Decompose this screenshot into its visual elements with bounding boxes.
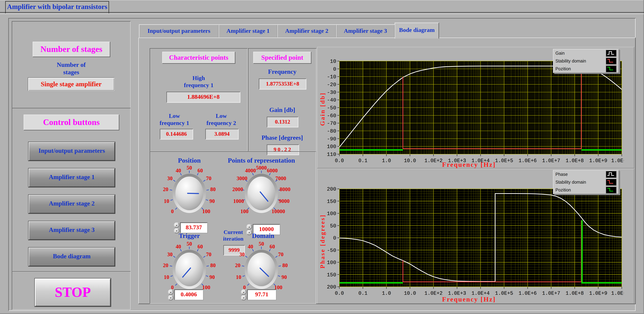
phase-legend: PhaseStability domainPozition — [553, 170, 619, 194]
specified-frequency-label: Frequency — [256, 68, 308, 75]
legend-plot-style-icon[interactable] — [606, 58, 616, 64]
legend-row-pozition: Pozition — [553, 65, 619, 73]
domain-value[interactable]: 97.71 — [247, 290, 276, 300]
svg-text:10: 10 — [164, 198, 169, 204]
legend-row-pozition: Pozition — [553, 186, 619, 194]
number-of-stages-label: Number of stages — [36, 61, 106, 76]
high-frequency-1-value: 1.884696E+8 — [166, 92, 240, 103]
button-amplifier-stage-2[interactable]: Amplifier stage 2 — [28, 195, 115, 214]
svg-text:-150: -150 — [326, 272, 336, 278]
button-amplifier-stage-3[interactable]: Amplifier stage 3 — [28, 221, 115, 240]
points-of-representation-label: Points of representation — [215, 157, 308, 165]
legend-label: Phase — [556, 172, 568, 177]
low-frequency-2-label-line2: frequency 2 — [206, 120, 236, 126]
svg-text:0.0: 0.0 — [335, 158, 344, 163]
svg-text:5000: 5000 — [256, 165, 267, 171]
svg-text:10000: 10000 — [272, 208, 285, 214]
svg-text:20: 20 — [235, 262, 240, 268]
low-frequency-2-label-line1: Low — [216, 113, 227, 119]
points-increment-button[interactable]: ▲ — [246, 224, 252, 229]
svg-text:60: 60 — [198, 168, 203, 174]
legend-plot-style-icon[interactable] — [606, 179, 616, 186]
specified-point-group: Specified point Frequency 1.8775353E+8 G… — [248, 48, 316, 151]
legend-plot-style-icon[interactable] — [606, 65, 616, 72]
svg-text:9000: 9000 — [279, 198, 290, 204]
svg-text:-10: -10 — [327, 74, 336, 80]
position-increment-button[interactable]: ▲ — [174, 223, 179, 228]
trigger-value[interactable]: 0.4006 — [174, 290, 203, 300]
svg-text:1.0E+9: 1.0E+9 — [589, 291, 607, 296]
tab-amplifier-stage-2[interactable]: Amplifier stage 2 — [277, 24, 336, 38]
position-value[interactable]: 83.737 — [180, 223, 207, 233]
legend-label: Pozition — [556, 187, 571, 193]
button-input-output-parameters[interactable]: Input/output parameters — [28, 142, 115, 161]
tab-input-output-parameters[interactable]: Input/output parameters — [139, 24, 219, 38]
trigger-decrement-button[interactable]: ▼ — [168, 295, 173, 300]
number-of-stages-group: Number of stages Number of stages Single… — [12, 21, 130, 108]
svg-text:40: 40 — [176, 244, 181, 250]
tab-amplifier-stage-1[interactable]: Amplifier stage 1 — [218, 24, 278, 38]
svg-text:-200: -200 — [326, 284, 336, 290]
legend-plot-style-icon[interactable] — [606, 187, 616, 194]
svg-text:0: 0 — [171, 208, 174, 214]
domain-increment-button[interactable]: ▲ — [241, 290, 246, 295]
legend-label: Stability domain — [556, 58, 586, 63]
points-of-representation-knob[interactable]: 1001000200030004000500060007000800090001… — [225, 164, 298, 224]
svg-text:80: 80 — [210, 262, 216, 268]
position-value-control: ▲ ▼ 83.737 — [174, 223, 207, 233]
number-of-stages-label-line1: Number of — [57, 61, 86, 68]
svg-text:4000: 4000 — [245, 168, 256, 174]
trigger-increment-button[interactable]: ▲ — [168, 290, 173, 295]
number-of-stages-selector[interactable]: Single stage amplifier — [28, 77, 115, 91]
characteristic-points-title: Characteristic points — [162, 52, 235, 63]
domain-label: Domain — [246, 232, 280, 240]
svg-text:70: 70 — [206, 251, 211, 257]
specified-frequency-value: 1.8775353E+8 — [259, 78, 306, 90]
svg-text:-100: -100 — [326, 260, 336, 266]
domain-decrement-button[interactable]: ▼ — [241, 295, 246, 300]
phase-y-axis-title: Phase [degrees] — [319, 193, 327, 290]
svg-text:6000: 6000 — [267, 168, 278, 174]
svg-text:40: 40 — [176, 168, 181, 174]
phase-x-axis-title: Frequency [Hz] — [382, 296, 556, 302]
trigger-label: Trigger — [167, 232, 212, 240]
svg-text:90: 90 — [210, 198, 215, 204]
svg-text:50: 50 — [187, 241, 192, 247]
svg-text:30: 30 — [167, 175, 173, 181]
button-amplifier-stage-1[interactable]: Amplifier stage 1 — [28, 168, 115, 187]
tab-bode-diagram[interactable]: Bode diagram — [394, 22, 439, 38]
position-label: Position — [165, 157, 214, 165]
svg-text:80: 80 — [210, 186, 216, 192]
svg-text:70: 70 — [206, 175, 211, 181]
low-frequency-2-value: 3.0894 — [205, 129, 239, 140]
svg-text:150: 150 — [327, 199, 336, 205]
svg-text:1.0E+10: 1.0E+10 — [611, 158, 624, 163]
low-frequency-1-label: Low frequency 1 — [152, 112, 197, 127]
svg-text:2000: 2000 — [232, 186, 243, 192]
svg-text:10: 10 — [330, 59, 336, 64]
specified-point-title: Specified point — [253, 52, 311, 63]
high-frequency-1-label-line2: frequency 1 — [184, 82, 214, 88]
svg-text:80: 80 — [282, 262, 288, 268]
svg-text:-40: -40 — [327, 97, 336, 103]
svg-text:30: 30 — [239, 251, 245, 257]
svg-text:3000: 3000 — [236, 175, 247, 181]
svg-text:50: 50 — [330, 223, 336, 229]
current-iteration-label-line1: Current — [224, 229, 243, 235]
svg-text:50: 50 — [187, 165, 192, 171]
position-knob[interactable]: 0102030405060708090100 — [153, 164, 226, 224]
legend-plot-style-icon[interactable] — [606, 50, 616, 57]
svg-text:-90: -90 — [327, 136, 336, 142]
svg-text:-70: -70 — [327, 120, 336, 126]
tab-amplifier-stage-3[interactable]: Amplifier stage 3 — [336, 24, 395, 38]
svg-text:-110: -110 — [326, 152, 336, 157]
svg-text:100: 100 — [202, 284, 210, 290]
legend-plot-style-icon[interactable] — [606, 171, 616, 178]
svg-text:-80: -80 — [327, 128, 336, 134]
window-title-tab[interactable]: Amplifier with bipolar transistors — [5, 1, 109, 13]
svg-text:1.0E+9: 1.0E+9 — [589, 158, 607, 163]
svg-text:7000: 7000 — [276, 175, 286, 181]
stop-button[interactable]: STOP — [35, 279, 111, 307]
svg-text:20: 20 — [163, 262, 168, 268]
button-bode-diagram[interactable]: Bode diagram — [28, 248, 115, 266]
